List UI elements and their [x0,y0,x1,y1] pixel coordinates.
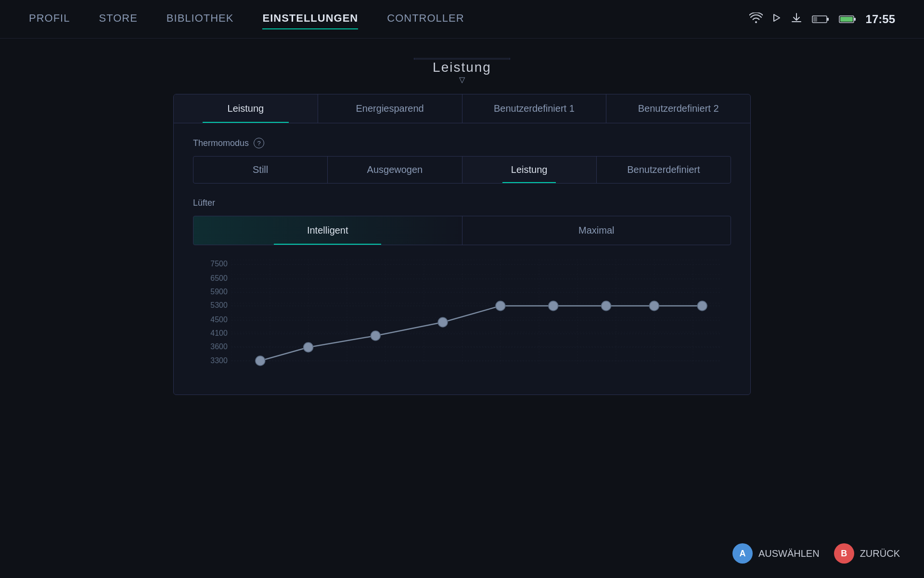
select-button[interactable]: A AUSWÄHLEN [732,543,820,564]
svg-rect-5 [840,17,853,22]
a-button-circle: A [732,543,753,564]
dropdown-arrow-icon[interactable]: ▽ [459,75,465,84]
top-navigation: PROFIL STORE BIBLIOTHEK EINSTELLUNGEN CO… [0,0,924,39]
profile-tabs: Leistung Energiesparend Benutzerdefinier… [174,94,750,123]
thermo-tab-benutzerdefiniert[interactable]: Benutzerdefiniert [597,157,731,183]
thermo-tab-leistung[interactable]: Leistung [462,157,597,183]
back-label: ZURÜCK [860,548,900,559]
svg-point-28 [549,301,558,311]
thermomodus-help-icon[interactable]: ? [254,138,264,148]
svg-text:5300: 5300 [210,301,228,309]
nav-store[interactable]: STORE [99,12,137,26]
lufter-text: Lüfter [193,198,215,208]
profile-tab-energiesparend[interactable]: Energiesparend [318,94,462,123]
nav-bibliothek[interactable]: BIBLIOTHEK [167,12,234,26]
chart-svg: 7500 6500 5900 5300 4500 4100 3600 3300 [193,260,731,380]
svg-point-26 [438,317,448,327]
battery-full-icon [839,14,856,24]
fan-tab-maximal[interactable]: Maximal [462,216,731,245]
thermomodus-text: Thermomodus [193,138,249,148]
nav-right: 17:55 [749,11,895,27]
svg-rect-1 [827,18,829,21]
svg-point-27 [496,301,505,311]
select-label: AUSWÄHLEN [758,548,820,559]
b-button-circle: B [834,543,854,564]
thermo-tab-ausgewogen[interactable]: Ausgewogen [328,157,462,183]
fan-curve-chart: 7500 6500 5900 5300 4500 4100 3600 3300 [193,260,731,380]
svg-text:3300: 3300 [210,356,228,365]
svg-text:4100: 4100 [210,329,228,337]
download-icon [791,12,802,26]
nav-profil[interactable]: PROFIL [29,12,70,26]
page-header: Leistung ▽ [414,58,510,84]
lufter-label: Lüfter [193,198,731,208]
back-button[interactable]: B ZURÜCK [834,543,900,564]
profile-tab-benutzerdefiniert2[interactable]: Benutzerdefiniert 2 [606,94,750,123]
page-title: Leistung [433,60,491,75]
thermomodus-label: Thermomodus ? [193,138,731,148]
thermomodus-tabs: Still Ausgewogen Leistung Benutzerdefini… [193,156,731,184]
profile-tab-benutzerdefiniert1[interactable]: Benutzerdefiniert 1 [462,94,607,123]
nav-einstellungen[interactable]: EINSTELLUNGEN [262,12,358,26]
bottom-controls: A AUSWÄHLEN B ZURÜCK [732,543,900,564]
thermo-tab-still[interactable]: Still [193,157,328,183]
panel-body: Thermomodus ? Still Ausgewogen Leistung … [174,123,750,394]
fan-tab-intelligent[interactable]: Intelligent [193,216,462,245]
svg-text:4500: 4500 [210,315,228,324]
battery-low-icon [812,14,829,24]
svg-text:7500: 7500 [210,260,228,268]
svg-point-31 [697,301,707,311]
wifi-icon [749,13,763,26]
bluetooth-icon [772,11,781,27]
main-content: Leistung ▽ Leistung Energiesparend Benut… [0,39,924,395]
svg-point-23 [256,356,265,366]
clock-display: 17:55 [866,13,895,26]
nav-links: PROFIL STORE BIBLIOTHEK EINSTELLUNGEN CO… [29,12,464,26]
svg-text:6500: 6500 [210,274,228,282]
svg-point-29 [601,301,611,311]
fan-tabs: Intelligent Maximal [193,216,731,245]
svg-rect-4 [854,18,856,21]
svg-text:5900: 5900 [210,288,228,296]
svg-point-24 [304,342,313,352]
svg-rect-2 [813,17,817,22]
svg-text:3600: 3600 [210,342,228,351]
profile-tab-leistung[interactable]: Leistung [174,94,318,123]
nav-controller[interactable]: CONTROLLER [387,12,464,26]
svg-point-25 [371,331,380,341]
settings-panel: Leistung Energiesparend Benutzerdefinier… [173,94,751,395]
page-title-area: Leistung ▽ [414,58,510,84]
svg-point-30 [649,301,659,311]
